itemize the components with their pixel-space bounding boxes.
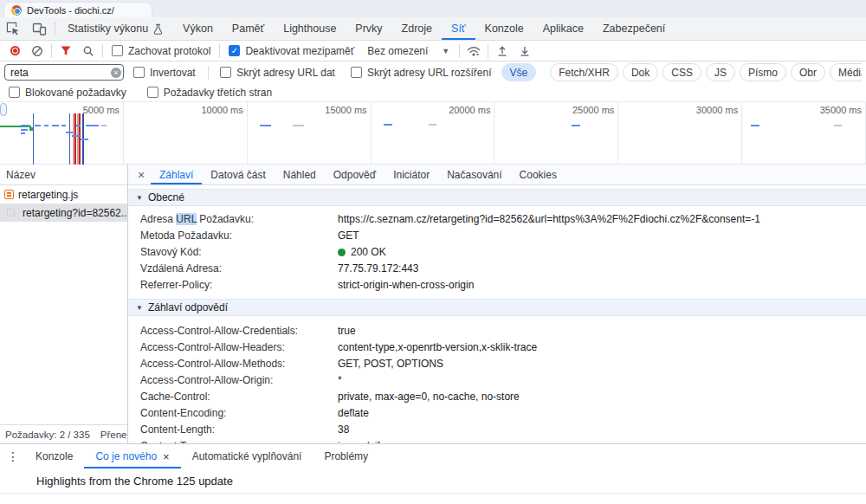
search-button[interactable] [77,42,100,61]
disable-cache-checkbox[interactable]: ✓ Deaktivovat mezipaměť [223,45,360,57]
detail-tab-preview[interactable]: Náhled [275,165,325,184]
tab-lighthouse[interactable]: Lighthouse [274,17,346,40]
timeline-mark [21,129,28,131]
checkbox-unchecked [351,67,362,78]
tab-console[interactable]: Konzole [475,17,533,40]
response-headers-section-header[interactable]: ▼ Záhlaví odpovědí [128,299,866,316]
network-overview-timeline[interactable]: 5000 ms 10000 ms 15000 ms 20000 ms 25000… [0,102,866,165]
timeline-mark [429,124,436,126]
close-details-button[interactable]: × [132,165,151,184]
detail-tab-headers[interactable]: Záhlaví [151,165,202,184]
import-har-button[interactable] [491,42,514,61]
filter-button[interactable] [55,42,77,61]
tab-memory[interactable]: Paměť [223,17,274,40]
detail-tab-payload[interactable]: Datová část [202,165,274,184]
header-value: image/gif [338,440,380,443]
filter-chip-media[interactable]: Média [830,63,862,81]
third-party-requests-checkbox[interactable]: Požadavky třetích stran [141,87,278,99]
filter-chip-img[interactable]: Obr [791,63,825,81]
filter-chip-js[interactable]: JS [706,63,735,81]
hide-data-urls-checkbox[interactable]: Skrýt adresy URL dat [214,67,341,79]
filter-funnel-icon [60,45,72,56]
header-value: content-type,x-openrtb-version,x-sklik-t… [338,341,537,354]
drawer-tab-console[interactable]: Konzole [24,444,84,468]
preserve-log-checkbox[interactable]: Zachovat protokol [106,45,216,57]
clear-network-log-button[interactable] [26,42,48,61]
header-name: Metoda Požadavku: [140,229,338,242]
timeline-mark [21,132,25,134]
timeline-label: 25000 ms [572,105,614,115]
header-value: 77.75.79.172:443 [338,262,418,275]
header-row: Stavový Kód: 200 OK [128,244,866,261]
header-name: Access-Control-Allow-Credentials: [140,325,338,338]
header-name: Access-Control-Allow-Origin: [140,374,338,387]
drawer-tab-whats-new[interactable]: Co je nového × [84,444,180,468]
timeline-column: 10000 ms [124,102,248,164]
timeline-label: 15000 ms [325,105,366,115]
network-main-area: Název retargeting.js retargeting?id=8256… [0,165,866,443]
tab-elements[interactable]: Prvky [346,17,391,40]
timeline-column: 15000 ms [248,102,372,164]
throttling-select[interactable]: Bez omezení ▼ [360,45,456,57]
blocked-requests-checkbox[interactable]: Blokované požadavky [3,87,132,99]
general-section-header[interactable]: ▼ Obecné [128,189,866,206]
header-row: Vzdálená Adresa: 77.75.79.172:443 [128,261,866,277]
timeline-mark [834,125,842,126]
timeline-mark [72,135,80,137]
checkbox-unchecked [112,45,123,56]
status-ok-icon [338,249,346,256]
detail-tab-cookies[interactable]: Cookies [511,165,565,184]
divider [219,44,220,58]
divider [459,44,460,58]
hide-extension-urls-checkbox[interactable]: Skrýt adresy URL rozšíření [345,67,498,79]
toggle-device-toolbar-button[interactable] [26,17,52,40]
request-list-panel: Název retargeting.js retargeting?id=8256… [0,165,128,443]
request-row[interactable]: retargeting.js [0,185,127,204]
filter-input[interactable] [4,64,124,81]
filter-chip-css[interactable]: CSS [662,63,701,81]
export-har-button[interactable] [514,42,536,61]
drawer-menu-button[interactable]: ⋮ [2,444,24,468]
invert-filter-checkbox[interactable]: Invertovat [127,67,202,79]
divider [102,44,103,58]
record-network-log-button[interactable] [3,42,26,61]
inspect-element-button[interactable] [0,17,26,40]
clear-filter-icon[interactable]: × [111,68,121,78]
inspect-icon [6,22,20,36]
tab-sources[interactable]: Zdroje [392,17,442,40]
tab-performance-insights[interactable]: Statistiky výkonu [58,17,173,40]
detail-tab-timing[interactable]: Načasování [438,165,510,184]
header-name: Cache-Control: [140,391,338,404]
tab-security[interactable]: Zabezpečení [593,17,675,40]
chrome-logo-icon [11,5,22,16]
window-titlebar: DevTools - diochi.cz/ [0,0,866,17]
close-drawer-tab-icon[interactable]: × [163,450,170,463]
general-rows: Adresa URL Požadavku: https://c.seznam.c… [128,206,866,294]
detail-tab-response[interactable]: Odpověď [325,165,385,184]
drawer-tab-autofill[interactable]: Automatické vyplňování [181,444,313,468]
request-list-status-bar: Požadavky: 2 / 335 Přene [0,424,127,443]
header-row: Access-Control-Allow-Origin: * [128,372,866,389]
filter-chip-all[interactable]: Vše [501,63,537,81]
search-icon [82,45,94,57]
filter-chip-doc[interactable]: Dok [623,63,658,81]
filter-chip-font[interactable]: Písmo [740,63,786,81]
header-value: true [338,325,356,338]
tab-application[interactable]: Aplikace [533,17,593,40]
drawer-tab-issues[interactable]: Problémy [313,444,379,468]
timeline-resize-handle[interactable] [0,103,7,116]
filter-chip-fetch-xhr[interactable]: Fetch/XHR [550,63,618,81]
timeline-column: 25000 ms [494,102,618,164]
timeline-mark [52,125,59,126]
header-row: Adresa URL Požadavku: https://c.seznam.c… [128,211,866,228]
tab-performance[interactable]: Výkon [173,17,223,40]
request-details-tab-bar: × Záhlaví Datová část Náhled Odpověď Ini… [128,165,866,185]
divider [55,22,55,36]
tab-network[interactable]: Síť [442,17,475,40]
request-row-selected[interactable]: retargeting?id=82562... [0,204,127,222]
timeline-mark [76,125,81,126]
request-list-column-header[interactable]: Název [0,165,127,185]
detail-tab-initiator[interactable]: Iniciátor [385,165,438,184]
drawer: ⋮ Konzole Co je nového × Automatické vyp… [0,443,866,504]
network-conditions-button[interactable] [462,42,485,61]
